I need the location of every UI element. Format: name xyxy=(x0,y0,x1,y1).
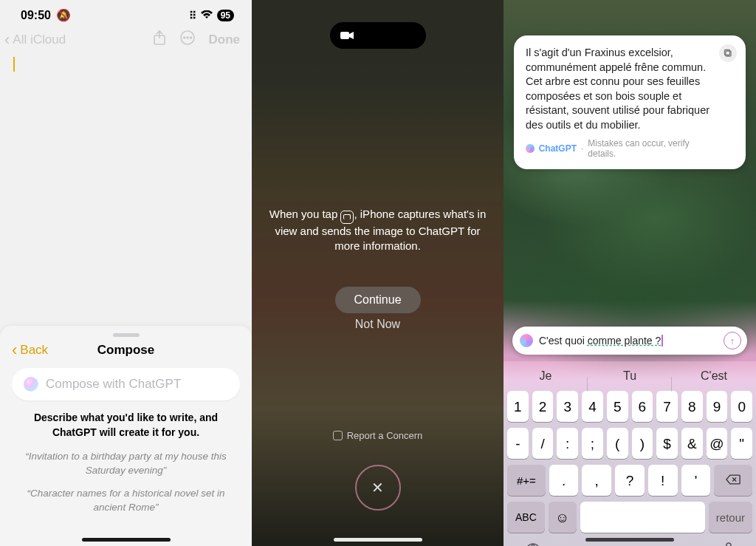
status-right: ⠿ 95 xyxy=(189,10,234,21)
key-6[interactable]: 6 xyxy=(632,391,653,422)
home-indicator[interactable] xyxy=(585,538,674,542)
status-time: 09:50 🔕 xyxy=(21,8,71,22)
dot-sep: · xyxy=(581,143,583,154)
key-1[interactable]: 1 xyxy=(507,391,529,422)
panel-notes-compose: 09:50 🔕 ⠿ 95 ‹ All iCloud xyxy=(0,0,252,546)
chatgpt-icon xyxy=(526,144,535,153)
disclaimer-text: Mistakes can occur, verify details. xyxy=(588,138,716,159)
answer-card: Il s'agit d'un Fraxinus excelsior, commu… xyxy=(514,35,746,169)
suggestion-3[interactable]: C'est xyxy=(672,369,756,383)
status-bar: 09:50 🔕 ⠿ 95 xyxy=(0,0,252,25)
key-3[interactable]: 3 xyxy=(557,391,578,422)
ask-text: C'est quoi comme plante ? xyxy=(539,335,724,347)
key-0[interactable]: 0 xyxy=(731,391,752,422)
key-slash[interactable]: / xyxy=(532,428,554,459)
report-label: Report a Concern xyxy=(347,430,423,441)
share-icon[interactable] xyxy=(153,30,166,50)
answer-text: Il s'agit d'un Fraxinus excelsior, commu… xyxy=(526,46,716,132)
key-at[interactable]: @ xyxy=(707,428,728,459)
key-2[interactable]: 2 xyxy=(532,391,554,422)
more-icon[interactable] xyxy=(179,30,196,50)
back-button[interactable]: ‹ All iCloud xyxy=(4,32,66,48)
keyboard-row-2: - / : ; ( ) $ & @ " xyxy=(504,428,756,459)
ask-input[interactable]: C'est quoi comme plante ? ↑ xyxy=(512,327,747,355)
intelligence-icon xyxy=(24,377,38,392)
answer-meta: ChatGPT · Mistakes can occur, verify det… xyxy=(526,138,716,159)
home-indicator[interactable] xyxy=(334,538,422,542)
message-icon xyxy=(340,211,354,224)
compose-description: Describe what you'd like to write, and C… xyxy=(12,400,240,447)
key-question[interactable]: ? xyxy=(615,465,645,496)
home-indicator[interactable] xyxy=(82,538,171,542)
compose-sheet: ‹ Back Compose Compose with ChatGPT Desc… xyxy=(0,326,252,546)
close-icon: ✕ xyxy=(371,479,384,496)
panel-ask-chatgpt: Il s'agit d'un Fraxinus excelsior, commu… xyxy=(504,0,756,546)
note-editor[interactable] xyxy=(0,52,252,79)
text-cursor xyxy=(662,335,663,347)
svg-point-3 xyxy=(187,37,188,38)
delete-icon xyxy=(726,474,740,487)
key-8[interactable]: 8 xyxy=(681,391,703,422)
key-abc[interactable]: ABC xyxy=(507,502,545,533)
key-rparen[interactable]: ) xyxy=(632,428,653,459)
close-button[interactable]: ✕ xyxy=(355,465,401,511)
key-quote[interactable]: " xyxy=(731,428,752,459)
send-button[interactable]: ↑ xyxy=(724,332,741,349)
keyboard: Je Tu C'est 1 2 3 4 5 6 7 8 9 0 - / : ; xyxy=(504,361,756,546)
key-amp[interactable]: & xyxy=(681,428,703,459)
report-link[interactable]: Report a Concern xyxy=(252,430,504,441)
svg-rect-9 xyxy=(726,543,731,546)
svg-point-2 xyxy=(183,37,185,38)
sheet-grabber[interactable] xyxy=(113,333,140,337)
battery-value: 95 xyxy=(217,10,234,21)
key-delete[interactable] xyxy=(714,465,752,496)
key-semicolon[interactable]: ; xyxy=(582,428,603,459)
sheet-title: Compose xyxy=(97,343,154,358)
answer-source: ChatGPT xyxy=(539,143,577,154)
svg-rect-5 xyxy=(340,32,349,39)
key-symbols[interactable]: #+= xyxy=(507,465,546,496)
tip-prefix: When you tap xyxy=(269,208,341,220)
notes-nav: ‹ All iCloud Done xyxy=(0,25,252,52)
compose-example-2: “Character names for a historical novel … xyxy=(12,484,240,521)
key-7[interactable]: 7 xyxy=(656,391,678,422)
key-emoji[interactable]: ☺ xyxy=(549,502,577,533)
wifi-icon xyxy=(201,10,213,21)
suggestion-1[interactable]: Je xyxy=(504,369,588,383)
key-comma[interactable]: , xyxy=(582,465,611,496)
dynamic-island[interactable] xyxy=(330,22,426,49)
panel-visual-intelligence: When you tap , iPhone captures what's in… xyxy=(252,0,504,546)
key-return[interactable]: retour xyxy=(709,502,752,533)
key-lparen[interactable]: ( xyxy=(607,428,628,459)
not-now-button[interactable]: Not Now xyxy=(252,318,504,331)
compose-example-1: “Invitation to a birthday party at my ho… xyxy=(12,447,240,484)
globe-icon[interactable] xyxy=(524,542,542,546)
suggestion-2[interactable]: Tu xyxy=(588,369,672,383)
sheet-back-button[interactable]: ‹ Back xyxy=(12,341,48,360)
done-button[interactable]: Done xyxy=(209,33,241,47)
compose-input[interactable]: Compose with ChatGPT xyxy=(12,368,240,400)
key-period[interactable]: . xyxy=(549,465,579,496)
key-9[interactable]: 9 xyxy=(707,391,728,422)
key-dollar[interactable]: $ xyxy=(656,428,678,459)
text-cursor xyxy=(13,57,15,72)
dnd-icon: 🔕 xyxy=(56,9,71,21)
key-4[interactable]: 4 xyxy=(582,391,603,422)
key-apostrophe[interactable]: ' xyxy=(681,465,711,496)
mic-icon[interactable] xyxy=(722,542,735,546)
key-colon[interactable]: : xyxy=(557,428,578,459)
svg-point-4 xyxy=(190,37,191,38)
key-5[interactable]: 5 xyxy=(607,391,628,422)
video-icon xyxy=(340,30,354,42)
keyboard-row-3: #+= . , ? ! ' xyxy=(504,465,756,496)
chevron-left-icon: ‹ xyxy=(12,341,17,360)
info-text: When you tap , iPhone captures what's in… xyxy=(267,207,489,253)
key-space[interactable] xyxy=(580,502,705,533)
cell-icon: ⠿ xyxy=(189,10,196,21)
chevron-left-icon: ‹ xyxy=(4,32,10,48)
flag-icon xyxy=(333,431,343,440)
key-exclaim[interactable]: ! xyxy=(648,465,678,496)
copy-button[interactable] xyxy=(719,44,737,62)
continue-button[interactable]: Continue xyxy=(334,287,420,313)
key-dash[interactable]: - xyxy=(507,428,529,459)
